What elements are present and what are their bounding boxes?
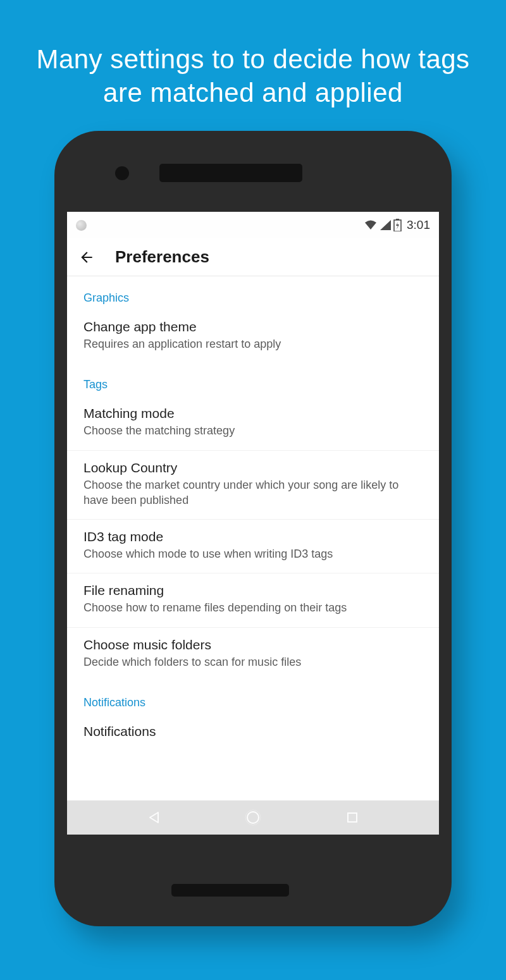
setting-title: File renaming [83, 583, 423, 598]
phone-earpiece [159, 164, 302, 182]
setting-file-renaming[interactable]: File renaming Choose how to rename files… [67, 573, 439, 627]
setting-id3-tag-mode[interactable]: ID3 tag mode Choose which mode to use wh… [67, 520, 439, 573]
setting-notifications[interactable]: Notifications [67, 714, 439, 752]
nav-back-icon[interactable] [148, 811, 159, 824]
phone-screen: 3:01 Preferences Graphics Change app the… [67, 212, 439, 835]
setting-change-app-theme[interactable]: Change app theme Requires an application… [67, 310, 439, 363]
nav-home-icon[interactable] [245, 809, 261, 826]
status-bar: 3:01 [67, 212, 439, 238]
setting-subtitle: Requires an application restart to apply [83, 336, 423, 352]
setting-title: Choose music folders [83, 637, 423, 652]
setting-title: Change app theme [83, 319, 423, 334]
svg-point-2 [247, 812, 259, 823]
setting-title: Matching mode [83, 406, 423, 421]
setting-subtitle: Choose which mode to use when writing ID… [83, 546, 423, 561]
setting-subtitle: Choose the matching strategy [83, 423, 423, 438]
setting-choose-music-folders[interactable]: Choose music folders Decide which folder… [67, 628, 439, 681]
svg-rect-4 [348, 813, 357, 822]
page-title: Preferences [115, 247, 209, 267]
setting-subtitle: Choose how to rename files depending on … [83, 600, 423, 615]
setting-title: Lookup Country [83, 460, 423, 475]
phone-bottom-speaker [171, 884, 289, 897]
phone-device-frame: 3:01 Preferences Graphics Change app the… [54, 131, 452, 926]
android-nav-bar [67, 800, 439, 835]
section-header-notifications: Notifications [67, 681, 439, 714]
setting-title: Notifications [83, 724, 423, 739]
cell-signal-icon [379, 219, 392, 231]
back-arrow-icon[interactable] [78, 249, 95, 266]
setting-matching-mode[interactable]: Matching mode Choose the matching strate… [67, 396, 439, 450]
section-header-tags: Tags [67, 363, 439, 396]
promo-headline: Many settings to to decide how tags are … [0, 0, 506, 109]
setting-title: ID3 tag mode [83, 529, 423, 544]
status-notification-dot [76, 220, 87, 231]
section-header-graphics: Graphics [67, 276, 439, 310]
setting-subtitle: Choose the market country under which yo… [83, 477, 423, 508]
setting-lookup-country[interactable]: Lookup Country Choose the market country… [67, 451, 439, 520]
battery-charging-icon [393, 219, 402, 231]
phone-camera-dot [115, 166, 129, 180]
settings-content[interactable]: Graphics Change app theme Requires an ap… [67, 276, 439, 800]
setting-subtitle: Decide which folders to scan for music f… [83, 654, 423, 670]
app-bar: Preferences [67, 238, 439, 276]
nav-recent-icon[interactable] [347, 812, 358, 823]
wifi-icon [364, 219, 378, 231]
status-time: 3:01 [407, 218, 430, 232]
